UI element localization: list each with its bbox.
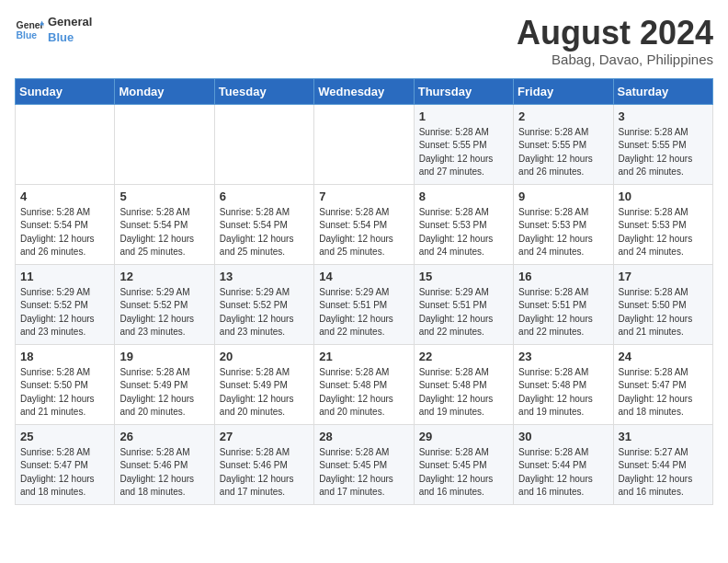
day-number: 25 xyxy=(20,430,109,443)
calendar-cell: 7Sunrise: 5:28 AM Sunset: 5:54 PM Daylig… xyxy=(314,184,414,264)
weekday-header-wednesday: Wednesday xyxy=(314,78,414,104)
day-number: 13 xyxy=(220,270,309,283)
day-info: Sunrise: 5:28 AM Sunset: 5:45 PM Dayligh… xyxy=(419,446,508,500)
day-number: 23 xyxy=(518,350,608,363)
calendar-cell: 1Sunrise: 5:28 AM Sunset: 5:55 PM Daylig… xyxy=(414,104,513,184)
day-number: 20 xyxy=(220,350,309,363)
calendar-cell: 6Sunrise: 5:28 AM Sunset: 5:54 PM Daylig… xyxy=(214,184,313,264)
day-number: 29 xyxy=(419,430,508,443)
calendar-cell: 12Sunrise: 5:29 AM Sunset: 5:52 PM Dayli… xyxy=(115,264,214,344)
calendar-week-4: 18Sunrise: 5:28 AM Sunset: 5:50 PM Dayli… xyxy=(16,344,713,424)
calendar-cell xyxy=(314,104,414,184)
day-number: 3 xyxy=(619,109,708,123)
calendar-cell: 3Sunrise: 5:28 AM Sunset: 5:55 PM Daylig… xyxy=(613,104,712,184)
calendar-cell: 10Sunrise: 5:28 AM Sunset: 5:53 PM Dayli… xyxy=(613,184,712,264)
calendar-cell: 9Sunrise: 5:28 AM Sunset: 5:53 PM Daylig… xyxy=(514,184,613,264)
weekday-header-friday: Friday xyxy=(514,78,613,104)
day-number: 31 xyxy=(619,430,708,443)
day-info: Sunrise: 5:28 AM Sunset: 5:46 PM Dayligh… xyxy=(220,446,309,500)
calendar-cell: 23Sunrise: 5:28 AM Sunset: 5:48 PM Dayli… xyxy=(514,344,613,424)
day-info: Sunrise: 5:28 AM Sunset: 5:54 PM Dayligh… xyxy=(20,206,109,259)
day-info: Sunrise: 5:28 AM Sunset: 5:48 PM Dayligh… xyxy=(419,366,508,419)
day-info: Sunrise: 5:28 AM Sunset: 5:54 PM Dayligh… xyxy=(119,206,209,259)
weekday-header-tuesday: Tuesday xyxy=(214,78,313,104)
calendar-cell xyxy=(16,104,115,184)
calendar-cell: 29Sunrise: 5:28 AM Sunset: 5:45 PM Dayli… xyxy=(414,424,513,504)
calendar-cell: 20Sunrise: 5:28 AM Sunset: 5:49 PM Dayli… xyxy=(214,344,313,424)
day-info: Sunrise: 5:28 AM Sunset: 5:53 PM Dayligh… xyxy=(619,206,708,259)
day-info: Sunrise: 5:28 AM Sunset: 5:49 PM Dayligh… xyxy=(220,366,309,419)
day-number: 8 xyxy=(419,190,508,203)
calendar-cell: 25Sunrise: 5:28 AM Sunset: 5:47 PM Dayli… xyxy=(16,424,115,504)
day-info: Sunrise: 5:29 AM Sunset: 5:52 PM Dayligh… xyxy=(119,286,209,339)
day-number: 4 xyxy=(20,190,109,203)
day-number: 11 xyxy=(20,270,109,283)
day-number: 15 xyxy=(419,270,508,283)
day-number: 19 xyxy=(119,350,209,363)
day-info: Sunrise: 5:28 AM Sunset: 5:44 PM Dayligh… xyxy=(518,446,608,500)
day-number: 5 xyxy=(119,190,209,203)
day-number: 24 xyxy=(619,350,708,363)
calendar-cell: 19Sunrise: 5:28 AM Sunset: 5:49 PM Dayli… xyxy=(115,344,214,424)
calendar-cell: 18Sunrise: 5:28 AM Sunset: 5:50 PM Dayli… xyxy=(16,344,115,424)
calendar-cell: 27Sunrise: 5:28 AM Sunset: 5:46 PM Dayli… xyxy=(214,424,313,504)
day-info: Sunrise: 5:29 AM Sunset: 5:52 PM Dayligh… xyxy=(220,286,309,339)
day-info: Sunrise: 5:28 AM Sunset: 5:55 PM Dayligh… xyxy=(419,126,508,179)
weekday-header-saturday: Saturday xyxy=(613,78,712,104)
calendar-week-3: 11Sunrise: 5:29 AM Sunset: 5:52 PM Dayli… xyxy=(16,264,713,344)
day-info: Sunrise: 5:28 AM Sunset: 5:47 PM Dayligh… xyxy=(20,446,109,500)
day-number: 28 xyxy=(319,430,408,443)
logo: General Blue General Blue xyxy=(15,15,92,46)
day-info: Sunrise: 5:28 AM Sunset: 5:45 PM Dayligh… xyxy=(319,446,408,500)
day-number: 30 xyxy=(518,430,608,443)
weekday-header-sunday: Sunday xyxy=(16,78,115,104)
calendar-cell: 28Sunrise: 5:28 AM Sunset: 5:45 PM Dayli… xyxy=(314,424,414,504)
calendar-cell: 17Sunrise: 5:28 AM Sunset: 5:50 PM Dayli… xyxy=(613,264,712,344)
calendar-cell: 24Sunrise: 5:28 AM Sunset: 5:47 PM Dayli… xyxy=(613,344,712,424)
day-info: Sunrise: 5:28 AM Sunset: 5:53 PM Dayligh… xyxy=(419,206,508,259)
calendar-cell: 4Sunrise: 5:28 AM Sunset: 5:54 PM Daylig… xyxy=(16,184,115,264)
day-number: 6 xyxy=(220,190,309,203)
day-info: Sunrise: 5:28 AM Sunset: 5:50 PM Dayligh… xyxy=(619,286,708,339)
day-info: Sunrise: 5:27 AM Sunset: 5:44 PM Dayligh… xyxy=(619,446,708,500)
calendar-header: SundayMondayTuesdayWednesdayThursdayFrid… xyxy=(16,78,713,104)
day-info: Sunrise: 5:28 AM Sunset: 5:53 PM Dayligh… xyxy=(518,206,608,259)
svg-text:Blue: Blue xyxy=(17,30,38,40)
day-number: 9 xyxy=(518,190,608,203)
calendar-subtitle: Babag, Davao, Philippines xyxy=(517,52,713,67)
day-info: Sunrise: 5:28 AM Sunset: 5:47 PM Dayligh… xyxy=(619,366,708,419)
weekday-header-row: SundayMondayTuesdayWednesdayThursdayFrid… xyxy=(16,78,713,104)
day-number: 18 xyxy=(20,350,109,363)
calendar-table: SundayMondayTuesdayWednesdayThursdayFrid… xyxy=(15,78,713,505)
calendar-cell: 14Sunrise: 5:29 AM Sunset: 5:51 PM Dayli… xyxy=(314,264,414,344)
day-info: Sunrise: 5:29 AM Sunset: 5:51 PM Dayligh… xyxy=(419,286,508,339)
calendar-cell: 15Sunrise: 5:29 AM Sunset: 5:51 PM Dayli… xyxy=(414,264,513,344)
day-number: 17 xyxy=(619,270,708,283)
day-number: 14 xyxy=(319,270,408,283)
day-info: Sunrise: 5:28 AM Sunset: 5:50 PM Dayligh… xyxy=(20,366,109,419)
calendar-cell: 22Sunrise: 5:28 AM Sunset: 5:48 PM Dayli… xyxy=(414,344,513,424)
day-info: Sunrise: 5:28 AM Sunset: 5:46 PM Dayligh… xyxy=(119,446,209,500)
day-info: Sunrise: 5:28 AM Sunset: 5:51 PM Dayligh… xyxy=(518,286,608,339)
calendar-title: August 2024 xyxy=(517,15,713,52)
calendar-week-2: 4Sunrise: 5:28 AM Sunset: 5:54 PM Daylig… xyxy=(16,184,713,264)
day-info: Sunrise: 5:29 AM Sunset: 5:52 PM Dayligh… xyxy=(20,286,109,339)
day-info: Sunrise: 5:28 AM Sunset: 5:54 PM Dayligh… xyxy=(319,206,408,259)
day-number: 27 xyxy=(220,430,309,443)
calendar-cell: 2Sunrise: 5:28 AM Sunset: 5:55 PM Daylig… xyxy=(514,104,613,184)
calendar-cell: 16Sunrise: 5:28 AM Sunset: 5:51 PM Dayli… xyxy=(514,264,613,344)
day-info: Sunrise: 5:28 AM Sunset: 5:48 PM Dayligh… xyxy=(319,366,408,419)
calendar-cell: 31Sunrise: 5:27 AM Sunset: 5:44 PM Dayli… xyxy=(613,424,712,504)
logo-blue: Blue xyxy=(48,30,92,46)
calendar-cell: 26Sunrise: 5:28 AM Sunset: 5:46 PM Dayli… xyxy=(115,424,214,504)
day-info: Sunrise: 5:28 AM Sunset: 5:54 PM Dayligh… xyxy=(220,206,309,259)
day-info: Sunrise: 5:28 AM Sunset: 5:49 PM Dayligh… xyxy=(119,366,209,419)
day-number: 26 xyxy=(119,430,209,443)
logo-general: General xyxy=(48,15,92,30)
day-number: 2 xyxy=(518,109,608,123)
day-number: 7 xyxy=(319,190,408,203)
day-number: 21 xyxy=(319,350,408,363)
day-info: Sunrise: 5:28 AM Sunset: 5:55 PM Dayligh… xyxy=(518,126,608,179)
logo-icon: General Blue xyxy=(15,17,44,43)
calendar-week-1: 1Sunrise: 5:28 AM Sunset: 5:55 PM Daylig… xyxy=(16,104,713,184)
